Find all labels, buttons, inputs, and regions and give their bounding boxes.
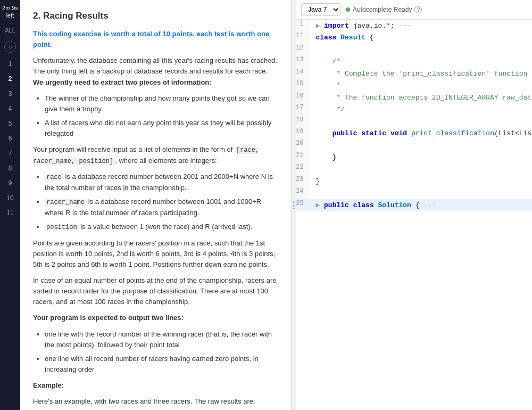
editor-line-13: 13 /* <box>296 55 532 67</box>
sidebar-bell-icon[interactable]: ○ <box>4 41 16 53</box>
problem-info-item-1: The winner of the championship and how m… <box>45 93 278 114</box>
line-content-25[interactable]: ▶ public class Solution { ··· <box>309 199 532 211</box>
editor-line-16: 16 * The function accepts 2D_INTEGER_ARR… <box>296 92 532 103</box>
sidebar-item-1[interactable]: 1 <box>9 60 12 68</box>
language-select[interactable]: Java 7 <box>301 3 340 16</box>
sidebar-item-11[interactable]: 11 <box>6 209 13 217</box>
editor-line-1: 1 ▶ import java.io.*; ··· <box>296 20 532 31</box>
editor-line-23: 23 } <box>296 175 532 187</box>
problem-intro-bold: We urgently need to extract two pieces o… <box>33 78 212 86</box>
problem-equal-points: In case of an equal number of points at … <box>33 275 278 307</box>
sidebar-item-5[interactable]: 5 <box>9 120 12 127</box>
editor-line-25: 25 ▶ public class Solution { ··· <box>296 199 532 211</box>
problem-input-item-3: position is a value between 1 (won the r… <box>45 222 278 233</box>
editor-line-19: 19 public static void print_classificati… <box>296 127 532 139</box>
line-content-23[interactable]: } <box>309 175 532 187</box>
line-content-21[interactable]: } <box>309 151 532 163</box>
problem-info-list: The winner of the championship and how m… <box>45 93 278 140</box>
line-number-18: 18 <box>296 116 309 127</box>
problem-input-list: race is a database record number between… <box>45 171 278 232</box>
line-content-12[interactable] <box>309 44 532 55</box>
editor-line-11: 11 class Result { <box>296 31 532 43</box>
problem-points-desc: Points are given according to the racers… <box>33 238 278 270</box>
line-number-20: 20 <box>296 139 309 151</box>
problem-output-item-2: one line with all record number of racer… <box>45 354 278 375</box>
problem-points: This coding exercise is worth a total of… <box>33 29 278 50</box>
sidebar-item-8[interactable]: 8 <box>9 165 12 172</box>
problem-output-label: Your program is expected to output two l… <box>33 313 278 323</box>
autocomplete-status: Autocomplete Ready ? <box>346 6 422 13</box>
problem-panel: 2. Racing Results This coding exercise i… <box>20 0 292 410</box>
editor-panel: Java 7 Autocomplete Ready ? 1 ▶ import j… <box>296 0 532 410</box>
line-content-15[interactable]: * <box>309 79 532 91</box>
editor-line-21: 21 } <box>296 151 532 163</box>
timer-label: 2m 9s <box>2 5 18 11</box>
timer: 2m 9s left <box>1 2 19 22</box>
sidebar: 2m 9s left ALL ○ 1 2 3 4 5 6 7 8 9 10 11 <box>0 0 20 410</box>
problem-example-label: Example: <box>33 380 278 391</box>
autocomplete-help-icon[interactable]: ? <box>414 6 422 13</box>
line-content-16[interactable]: * The function accepts 2D_INTEGER_ARRAY … <box>309 92 532 103</box>
problem-input-item-1: race is a database record number between… <box>45 171 278 193</box>
panel-resize-handle[interactable] <box>292 0 296 410</box>
editor-line-14: 14 * Complete the 'print_classification'… <box>296 68 532 79</box>
line-number-22: 22 <box>296 163 309 175</box>
editor-toolbar: Java 7 Autocomplete Ready ? <box>296 0 532 20</box>
problem-intro: Unfortunately, the database containing a… <box>33 55 278 87</box>
line-content-13[interactable]: /* <box>309 55 532 67</box>
editor-line-17: 17 */ <box>296 103 532 115</box>
problem-info-item-2: A list of racers who did not earn any po… <box>45 118 278 139</box>
problem-example-intro: Here's an example, with two races and th… <box>33 396 278 407</box>
line-content-1[interactable]: ▶ import java.io.*; ··· <box>309 20 532 31</box>
sidebar-item-3[interactable]: 3 <box>9 90 12 97</box>
line-content-24[interactable] <box>309 187 532 199</box>
line-number-14: 14 <box>296 68 309 79</box>
line-number-15: 15 <box>296 79 309 91</box>
editor-line-22: 22 <box>296 163 532 175</box>
sidebar-item-7[interactable]: 7 <box>9 150 12 157</box>
sidebar-item-9[interactable]: 9 <box>9 179 12 187</box>
editor-line-12: 12 <box>296 44 532 55</box>
line-content-11[interactable]: class Result { <box>309 31 532 43</box>
editor-line-18: 18 <box>296 116 532 127</box>
line-number-25: 25 <box>296 199 309 211</box>
editor-line-24: 24 <box>296 187 532 199</box>
autocomplete-label: Autocomplete Ready <box>353 6 412 13</box>
problem-output-list: one line with the record number of the w… <box>45 329 278 375</box>
timer-sublabel: left <box>6 12 14 19</box>
line-content-19[interactable]: public static void print_classification(… <box>309 127 532 139</box>
line-content-20[interactable] <box>309 139 532 151</box>
line-number-16: 16 <box>296 92 309 103</box>
sidebar-item-4[interactable]: 4 <box>9 105 12 112</box>
drag-dot-1 <box>293 201 295 203</box>
problem-title: 2. Racing Results <box>33 11 278 21</box>
editor-lines: 1 ▶ import java.io.*; ··· 11 class Resul… <box>296 20 532 211</box>
sidebar-item-6[interactable]: 6 <box>9 135 12 142</box>
line-number-24: 24 <box>296 187 309 199</box>
sidebar-item-10[interactable]: 10 <box>6 194 13 202</box>
drag-dot-3 <box>293 208 295 209</box>
sidebar-item-2[interactable]: 2 <box>9 75 12 83</box>
line-number-13: 13 <box>296 55 309 67</box>
drag-dot-2 <box>293 204 295 206</box>
line-content-22[interactable] <box>309 163 532 175</box>
line-number-23: 23 <box>296 175 309 187</box>
problem-output-item-1: one line with the record number of the w… <box>45 329 278 350</box>
line-number-19: 19 <box>296 127 309 139</box>
line-content-17[interactable]: */ <box>309 103 532 115</box>
line-content-14[interactable]: * Complete the 'print_classification' fu… <box>309 68 532 79</box>
line-number-1: 1 <box>296 20 309 31</box>
line-number-12: 12 <box>296 44 309 55</box>
line-number-17: 17 <box>296 103 309 115</box>
editor-content[interactable]: 1 ▶ import java.io.*; ··· 11 class Resul… <box>296 20 532 410</box>
editor-line-20: 20 <box>296 139 532 151</box>
problem-input-item-2: racer_name is a database record number b… <box>45 196 278 218</box>
line-number-11: 11 <box>296 31 309 43</box>
editor-line-15: 15 * <box>296 79 532 91</box>
autocomplete-dot <box>346 7 350 12</box>
problem-input-desc: Your program will receive input as a lis… <box>33 144 278 166</box>
line-content-18[interactable] <box>309 116 532 127</box>
line-number-21: 21 <box>296 151 309 163</box>
sidebar-all-link[interactable]: ALL <box>5 27 15 34</box>
